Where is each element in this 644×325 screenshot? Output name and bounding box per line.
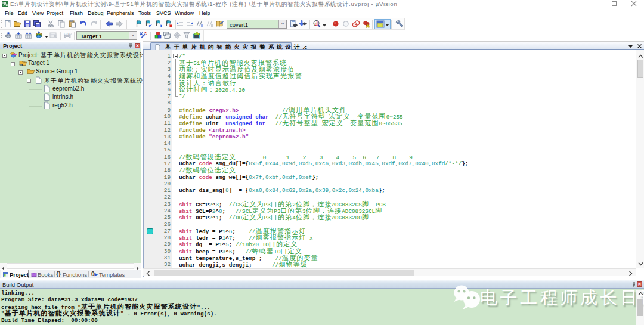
svg-text:LOAD: LOAD — [64, 32, 72, 35]
svg-text:d: d — [315, 21, 318, 27]
